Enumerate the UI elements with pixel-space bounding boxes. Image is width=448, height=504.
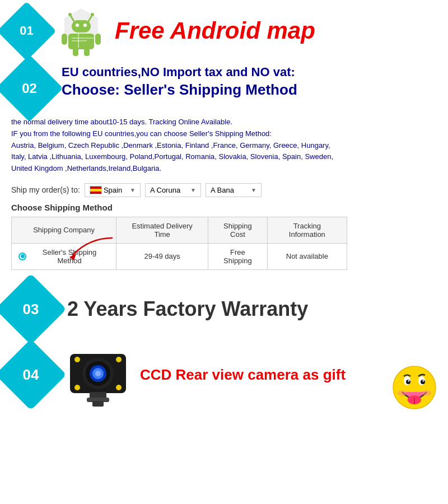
svg-rect-12 [95, 34, 101, 45]
svg-point-35 [408, 380, 410, 381]
country-dropdown[interactable]: Spain ▼ [85, 183, 141, 197]
page-container: 01 [0, 0, 448, 504]
badge-04-number: 04 [23, 366, 39, 384]
smiley-face [392, 365, 437, 410]
badge-03: 03 [6, 284, 56, 334]
svg-rect-9 [73, 48, 78, 56]
chevron-down-icon: ▼ [246, 187, 256, 193]
section-02-line2: Choose: Seller's Shipping Method [62, 81, 297, 100]
chevron-down-icon: ▼ [186, 187, 196, 193]
radio-cell: Seller's Shipping Method [18, 248, 109, 265]
table-row: Seller's Shipping Method 29-49 days Free… [12, 243, 347, 269]
svg-point-23 [74, 357, 80, 362]
svg-point-6 [76, 24, 79, 27]
title-start: CCD Rear view camera [140, 366, 302, 383]
chevron-down-icon: ▼ [125, 187, 136, 193]
cell-tracking: Not available [267, 243, 347, 269]
badge-04: 04 [6, 349, 56, 400]
cell-cost: Free Shipping [208, 243, 268, 269]
android-icon [56, 6, 106, 56]
radio-button-inner [21, 254, 25, 258]
shipping-method-section: Choose Shipping Method Shipping Company … [0, 200, 448, 276]
badge-02-number: 02 [22, 81, 37, 96]
badge-03-number: 03 [23, 300, 39, 318]
section-02: 02 EU countries,NO Import tax and NO vat… [0, 59, 448, 112]
svg-point-40 [422, 390, 431, 396]
svg-point-25 [74, 385, 80, 390]
svg-point-4 [91, 13, 94, 16]
city2-dropdown[interactable]: A Bana ▼ [206, 183, 262, 197]
badge-02: 02 [6, 64, 53, 112]
shipping-method-title: Choose Shipping Method [11, 203, 437, 212]
shipping-table: Shipping Company Estimated Delivery Time… [11, 217, 347, 270]
svg-point-36 [423, 380, 424, 381]
section-01: 01 [0, 0, 448, 59]
badge-01-number: 01 [20, 24, 33, 38]
badge-01: 01 [6, 10, 48, 52]
country-value: Spain [104, 186, 122, 194]
svg-rect-10 [84, 48, 90, 56]
section-03: 03 2 Years Factory Warranty [0, 276, 448, 337]
svg-point-39 [398, 390, 407, 396]
city2-value: A Bana [211, 186, 234, 194]
desc-line4: Italy, Latvia ,Lithuania, Luxembourg, Po… [11, 151, 437, 163]
section-02-line1: EU countries,NO Import tax and NO vat: [62, 64, 297, 81]
section-04-title: CCD Rear view camera as gift [140, 366, 346, 383]
col-company: Shipping Company [12, 217, 116, 243]
ship-to-label: Ship my order(s) to: [11, 185, 80, 194]
camera-image [62, 343, 134, 407]
table-header-row: Shipping Company Estimated Delivery Time… [12, 217, 347, 243]
svg-rect-8 [68, 34, 94, 49]
cell-company: Seller's Shipping Method [12, 243, 116, 269]
col-cost: Shipping Cost [208, 217, 268, 243]
svg-point-22 [95, 371, 101, 376]
svg-rect-5 [72, 20, 91, 32]
desc-line2: IF you from the following EU countries,y… [11, 128, 437, 140]
city1-value: A Coruna [150, 186, 180, 194]
description-section: the normal delivery time about10-15 days… [0, 112, 448, 178]
ship-to-section: Ship my order(s) to: Spain ▼ A Coruna ▼ … [0, 178, 448, 200]
section-01-title: Free Android map [115, 17, 315, 44]
svg-point-2 [68, 13, 72, 16]
radio-button[interactable] [18, 253, 26, 260]
section-02-text: EU countries,NO Import tax and NO vat: C… [62, 62, 297, 99]
svg-point-24 [116, 357, 122, 362]
svg-point-7 [83, 24, 87, 27]
city1-dropdown[interactable]: A Coruna ▼ [145, 183, 201, 197]
desc-line1: the normal delivery time about10-15 days… [11, 116, 437, 128]
section-04: 04 [0, 337, 448, 410]
svg-point-26 [116, 385, 122, 390]
title-highlight: as gift [302, 366, 346, 383]
table-wrapper: Shipping Company Estimated Delivery Time… [11, 217, 437, 270]
col-tracking: Tracking Information [267, 217, 347, 243]
cell-delivery: 29-49 days [116, 243, 208, 269]
company-name: Seller's Shipping Method [30, 248, 109, 265]
svg-rect-11 [62, 34, 67, 45]
desc-line3: Austria, Belgium, Czech Republic ,Denmar… [11, 140, 437, 152]
desc-line5: United Kingdom ,Netherlands,Ireland,Bulg… [11, 163, 437, 175]
section-03-title: 2 Years Factory Warranty [67, 297, 308, 321]
col-delivery: Estimated Delivery Time [116, 217, 208, 243]
spain-flag [90, 186, 102, 194]
svg-rect-29 [92, 401, 104, 407]
